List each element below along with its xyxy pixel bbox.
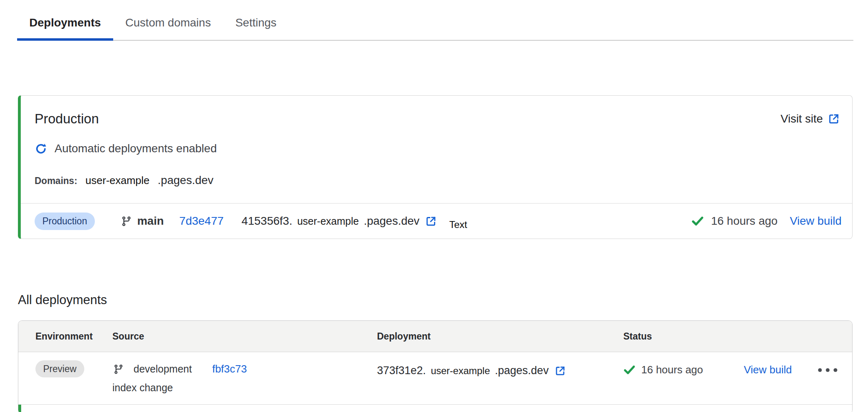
deployment-domain: user-example (297, 215, 359, 227)
row-menu-button[interactable] (817, 368, 838, 373)
view-build-link[interactable]: View build (790, 215, 842, 228)
column-header-source: Source (112, 331, 377, 342)
column-header-status: Status (623, 331, 852, 342)
view-build-link[interactable]: View build (744, 364, 792, 376)
branch-name: main (137, 215, 164, 228)
column-header-deployment: Deployment (377, 331, 623, 342)
visit-site-label: Visit site (780, 112, 823, 125)
commit-link[interactable]: 7d3e477 (179, 215, 224, 228)
table-header-row: Environment Source Deployment Status (18, 321, 852, 352)
production-card-title: Production (35, 111, 99, 127)
deployment-domain-suffix: .pages.dev (364, 215, 419, 228)
environment-badge: Production (35, 213, 95, 230)
domain-suffix: .pages.dev (158, 174, 213, 187)
tab-custom-domains[interactable]: Custom domains (113, 16, 223, 40)
tab-settings[interactable]: Settings (223, 16, 289, 40)
deployment-domain: user-example (431, 365, 490, 377)
deployments-table: Environment Source Deployment Status Pre… (18, 320, 853, 412)
status-time: 16 hours ago (641, 364, 703, 376)
external-link-icon (828, 113, 840, 125)
git-branch-icon (113, 364, 124, 375)
table-row: Preview development fbf3c73 index change… (18, 352, 852, 404)
column-header-environment: Environment (35, 331, 112, 342)
domain-name: user-example (85, 174, 150, 187)
tab-deployments[interactable]: Deployments (17, 16, 113, 41)
branch-name: development (134, 363, 192, 375)
visit-site-link[interactable]: Visit site (780, 112, 840, 125)
refresh-icon (35, 142, 47, 155)
cursor-text-label: Text (449, 219, 467, 230)
deployment-domain-suffix: .pages.dev (495, 364, 549, 377)
auto-deployments-text: Automatic deployments enabled (55, 142, 217, 155)
deployment-id: 415356f3. (241, 215, 292, 228)
commit-link[interactable]: fbf3c73 (212, 363, 247, 375)
all-deployments-heading: All deployments (18, 293, 868, 307)
environment-badge: Preview (35, 360, 84, 377)
status-time: 16 hours ago (711, 215, 777, 228)
deployment-id: 373f31e2. (377, 364, 426, 377)
open-deployment-icon[interactable] (425, 215, 437, 227)
open-deployment-icon[interactable] (555, 365, 566, 377)
check-icon (691, 215, 704, 227)
table-row-partial (18, 405, 852, 412)
git-branch-icon (121, 216, 132, 227)
production-deployment-row: Production main 7d3e477 415356f3. user-e… (21, 203, 852, 239)
production-card: Production Visit site Automatic deployme… (18, 95, 853, 239)
commit-message: index change (112, 382, 377, 394)
check-icon (623, 364, 636, 375)
tab-bar: Deployments Custom domains Settings (17, 0, 853, 41)
domains-label: Domains: (35, 175, 77, 186)
